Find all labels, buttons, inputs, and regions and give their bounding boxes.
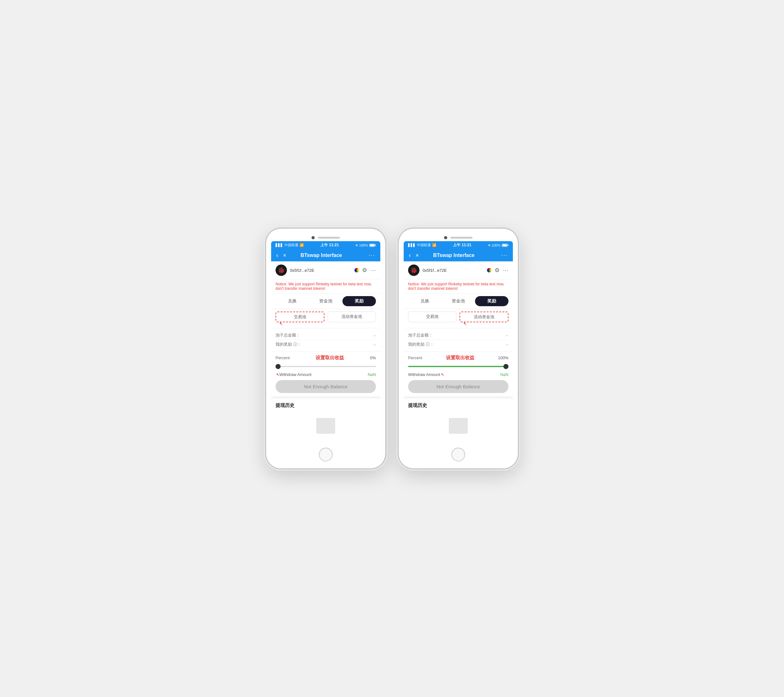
app-bar: ‹ ✕ BTswap Interface ··· [404, 249, 513, 261]
page-container: ▋▋▋ 中国联通 📶 上午 11:21 ⊕ 100% ‹ ✕ BTswap In… [266, 228, 518, 469]
signal-icon: ▋▋▋ [275, 243, 283, 247]
battery-percent: 100% [359, 243, 368, 247]
info-value-1: -- [373, 342, 376, 347]
network-icon: ⊕ [488, 243, 491, 247]
phone-bottom [404, 444, 513, 463]
status-left: ▋▋▋ 中国联通 📶 [408, 243, 436, 247]
more-icon[interactable]: ⋯ [503, 267, 509, 274]
red-arrow-icon: ↖ [463, 321, 467, 326]
history-section: 提现历史 [271, 399, 380, 444]
info-value-1: -- [506, 342, 509, 347]
slider-container[interactable] [275, 363, 376, 370]
balance-button[interactable]: Not Enough Balance [408, 380, 509, 393]
app-bar-title: BTswap Interface [410, 252, 497, 258]
avatar: 🐞 [408, 265, 420, 276]
slider-container[interactable] [408, 363, 509, 370]
camera [444, 236, 447, 239]
settings-icon[interactable]: ⚙ [362, 267, 367, 274]
tab-1[interactable]: 资金池 [441, 296, 475, 306]
carrier-label: 中国联通 [417, 243, 431, 247]
status-right: ⊕ 100% [356, 243, 376, 247]
phone-left: ▋▋▋ 中国联通 📶 上午 11:21 ⊕ 100% ‹ ✕ BTswap In… [266, 228, 386, 469]
profile-actions: ⚙ ⋯ [362, 267, 376, 274]
app-bar: ‹ ✕ BTswap Interface ··· [271, 249, 380, 261]
tabs-container: 兑换资金池奖励 [404, 293, 513, 309]
status-left: ▋▋▋ 中国联通 📶 [275, 243, 304, 247]
tabs-container: 兑换资金池奖励 [271, 293, 380, 309]
notice-bar: Notice: We just support Rinkeby testnet … [404, 279, 513, 293]
phone-top-bar [404, 234, 513, 241]
colorful-dot [354, 268, 359, 272]
settings-icon[interactable]: ⚙ [494, 267, 500, 274]
slider-fill [408, 366, 509, 367]
withdraw-label: Withdraw Amount↖ [408, 372, 444, 377]
withdraw-arrow-icon: ↖ [276, 372, 279, 377]
home-button[interactable] [451, 448, 465, 461]
profile-row: 🐞 0x5f1f...e72E ⚙ ⋯ [404, 261, 513, 279]
percent-header: Percent 设置取出收益 0% [275, 355, 376, 361]
status-right: ⊕ 100% [488, 243, 509, 247]
battery-icon [502, 244, 509, 247]
tab-0[interactable]: 兑换 [408, 296, 441, 306]
carrier-label: 中国联通 [284, 243, 298, 247]
speaker [318, 237, 340, 239]
profile-row: 🐞 0x5f1f...e72E ⚙ ⋯ [271, 261, 380, 279]
slider-track [275, 366, 376, 367]
tab-1[interactable]: 资金池 [309, 296, 343, 306]
percent-title-cn: 设置取出收益 [316, 355, 344, 361]
status-bar: ▋▋▋ 中国联通 📶 上午 11:21 ⊕ 100% [271, 241, 380, 249]
slider-thumb[interactable] [503, 364, 509, 369]
sub-tab-1[interactable]: 流动资金池↖ [460, 311, 509, 322]
sub-tab-1[interactable]: 流动资金池 [328, 311, 376, 322]
info-value-0: -- [506, 333, 509, 338]
phone-screen: ▋▋▋ 中国联通 📶 上午 11:21 ⊕ 100% ‹ ✕ BTswap In… [404, 241, 513, 444]
battery-icon [369, 244, 376, 247]
percent-value: 100% [498, 356, 509, 360]
sub-tab-0[interactable]: 交易池↖ [275, 311, 324, 322]
wifi-icon: 📶 [300, 243, 304, 247]
withdraw-arrow-icon: ↖ [441, 372, 444, 377]
history-placeholder [275, 412, 376, 440]
history-title: 提现历史 [275, 402, 376, 409]
home-button[interactable] [319, 448, 333, 461]
withdraw-row: ↖Withdraw Amount NaN [275, 372, 376, 377]
slider-thumb[interactable] [275, 364, 281, 369]
phone-top-bar [271, 234, 380, 241]
status-time: 上午 11:21 [320, 242, 339, 248]
info-value-0: -- [373, 333, 376, 338]
percent-title-cn: 设置取出收益 [446, 355, 474, 361]
tab-2[interactable]: 奖励 [475, 296, 509, 306]
placeholder-graphic [316, 418, 335, 434]
sub-tab-0[interactable]: 交易池 [408, 311, 456, 322]
info-row-0: 池子总金额： -- [408, 331, 509, 340]
history-title: 提现历史 [408, 402, 509, 409]
placeholder-graphic [449, 418, 468, 434]
sub-tabs: 交易池流动资金池↖ [404, 309, 513, 328]
notice-bar: Notice: We just support Rinkeby testnet … [271, 279, 380, 293]
percent-label: Percent [275, 356, 290, 360]
more-button[interactable]: ··· [501, 252, 509, 259]
percent-header: Percent 设置取出收益 100% [408, 355, 509, 361]
more-button[interactable]: ··· [368, 252, 376, 259]
info-label-0: 池子总金额： [275, 333, 300, 338]
network-icon: ⊕ [356, 243, 358, 247]
info-section: 池子总金额： -- 我的奖励 ⓘ： -- [404, 328, 513, 351]
withdraw-value: NaN [500, 372, 509, 377]
slider-track [408, 366, 509, 367]
tab-2[interactable]: 奖励 [343, 296, 376, 306]
wallet-address: 0x5f1f...e72E [423, 268, 483, 273]
balance-button[interactable]: Not Enough Balance [275, 380, 376, 393]
profile-actions: ⚙ ⋯ [494, 267, 509, 274]
speaker [450, 237, 473, 239]
status-time: 上午 11:21 [453, 242, 471, 248]
more-icon[interactable]: ⋯ [370, 267, 376, 274]
withdraw-label: ↖Withdraw Amount [275, 372, 311, 377]
info-label-1: 我的奖励 ⓘ： [275, 341, 301, 347]
info-row-0: 池子总金额： -- [275, 331, 376, 340]
app-bar-title: BTswap Interface [278, 252, 365, 258]
wallet-address: 0x5f1f...e72E [290, 268, 350, 273]
tab-0[interactable]: 兑换 [275, 296, 309, 306]
signal-icon: ▋▋▋ [408, 243, 416, 247]
phone-right: ▋▋▋ 中国联通 📶 上午 11:21 ⊕ 100% ‹ ✕ BTswap In… [398, 228, 518, 469]
info-row-1: 我的奖励 ⓘ： -- [275, 340, 376, 349]
